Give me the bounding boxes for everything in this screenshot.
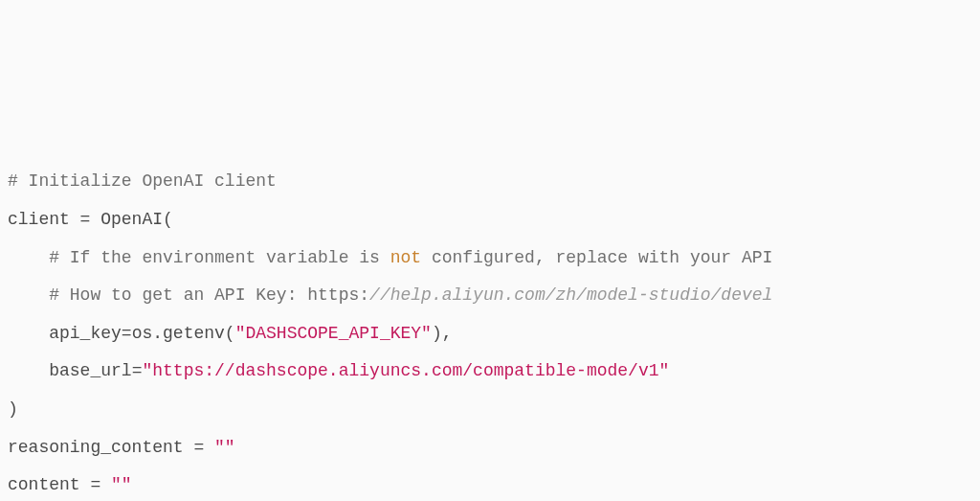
code-text: base_url= xyxy=(49,361,142,380)
code-line-1: # Initialize OpenAI client xyxy=(8,163,972,201)
code-line-10: content = "" xyxy=(8,467,972,501)
string-literal: "DASHSCOPE_API_KEY" xyxy=(235,324,432,343)
code-text: api_key=os.getenv( xyxy=(49,324,234,343)
string-literal: "https://dashscope.aliyuncs.com/compatib… xyxy=(142,361,669,380)
code-line-6: base_url="https://dashscope.aliyuncs.com… xyxy=(8,353,972,391)
keyword-not: not xyxy=(390,248,421,267)
code-text: ) xyxy=(8,399,18,419)
code-line-2: client = OpenAI( xyxy=(8,201,972,239)
code-line-3: # If the environment variable is not con… xyxy=(8,239,972,278)
code-text: content = xyxy=(8,475,111,494)
indent xyxy=(8,277,49,315)
indent xyxy=(8,315,49,353)
string-literal: "" xyxy=(214,438,235,457)
code-line-9: reasoning_content = "" xyxy=(8,429,972,467)
string-literal: "" xyxy=(111,475,132,494)
indent xyxy=(8,239,49,278)
code-line-5: api_key=os.getenv("DASHSCOPE_API_KEY"), xyxy=(8,315,972,353)
code-text: reasoning_content = xyxy=(8,438,214,457)
code-text: client = OpenAI( xyxy=(8,210,173,229)
code-block: # Initialize OpenAI clientclient = OpenA… xyxy=(8,163,972,501)
code-line-7: ) xyxy=(8,391,972,429)
comment-url: //help.aliyun.com/zh/model-studio/devel xyxy=(369,285,772,305)
code-text: ), xyxy=(432,324,453,343)
comment-text: # Initialize OpenAI client xyxy=(8,171,277,191)
code-line-4: # How to get an API Key: https://help.al… xyxy=(8,277,972,315)
comment-text: # How to get an API Key: https: xyxy=(49,285,369,305)
comment-text: configured, replace with your API xyxy=(421,248,783,267)
indent xyxy=(8,353,49,391)
comment-text: # If the environment variable is xyxy=(49,248,390,267)
